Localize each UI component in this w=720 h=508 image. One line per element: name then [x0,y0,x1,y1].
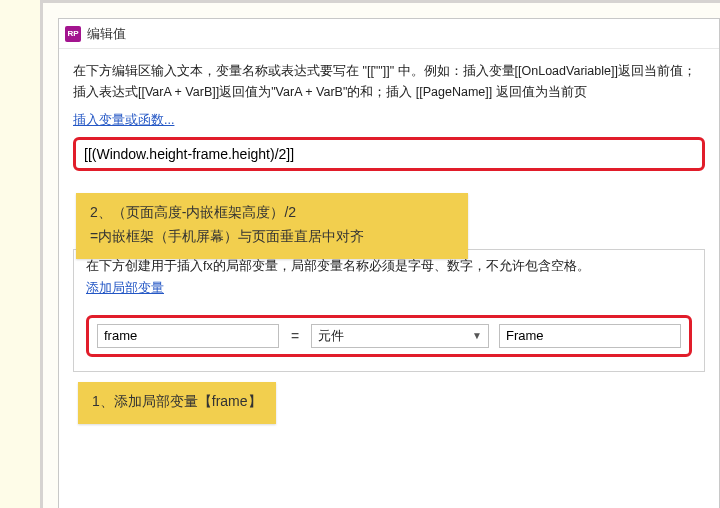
insert-variable-link[interactable]: 插入变量或函数... [73,112,174,129]
variable-name-input[interactable] [97,324,279,348]
variable-type-selected: 元件 [318,327,344,345]
expression-input[interactable] [73,137,705,171]
chevron-down-icon: ▼ [472,330,482,341]
edit-value-dialog: RP 编辑值 在下方编辑区输入文本，变量名称或表达式要写在 "[[""]]" 中… [58,18,720,508]
variable-type-dropdown[interactable]: 元件 ▼ [311,324,489,348]
instructions-text: 在下方编辑区输入文本，变量名称或表达式要写在 "[[""]]" 中。例如：插入变… [73,61,705,104]
local-vars-panel: 在下方创建用于插入fx的局部变量，局部变量名称必须是字母、数字，不允许包含空格。… [73,249,705,372]
app-icon: RP [65,26,81,42]
variable-target-input[interactable] [499,324,681,348]
annotation-callout-2: 2、（页面高度-内嵌框架高度）/2 =内嵌框架（手机屏幕）与页面垂直居中对齐 [76,193,468,259]
add-local-variable-link[interactable]: 添加局部变量 [86,280,164,297]
annotation-line: 1、添加局部变量【frame】 [92,393,262,409]
local-variable-row: = 元件 ▼ [86,315,692,357]
annotation-line: 2、（页面高度-内嵌框架高度）/2 [90,201,454,225]
annotation-line: =内嵌框架（手机屏幕）与页面垂直居中对齐 [90,225,454,249]
equals-label: = [289,328,301,344]
titlebar: RP 编辑值 [59,19,719,49]
dialog-title: 编辑值 [87,19,126,49]
annotation-callout-1: 1、添加局部变量【frame】 [78,382,276,424]
